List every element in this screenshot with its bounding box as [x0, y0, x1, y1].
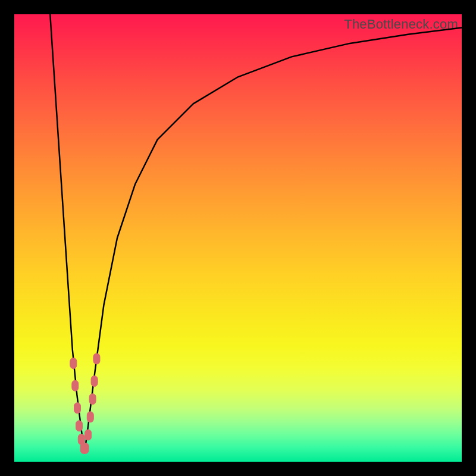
bottleneck-curve-left — [50, 14, 84, 453]
marker-point — [70, 358, 77, 369]
marker-point — [93, 353, 100, 364]
marker-point — [89, 394, 96, 405]
bottleneck-curve-right — [84, 28, 462, 453]
chart-frame: TheBottleneck.com — [0, 0, 476, 476]
marker-point — [74, 403, 81, 414]
plot-area: TheBottleneck.com — [14, 14, 462, 462]
marker-point — [76, 421, 83, 431]
marker-point — [72, 380, 79, 391]
marker-point — [82, 443, 89, 453]
marker-point — [91, 376, 98, 387]
marker-point — [87, 412, 93, 422]
marker-point — [85, 430, 92, 440]
curve-layer — [14, 14, 462, 462]
